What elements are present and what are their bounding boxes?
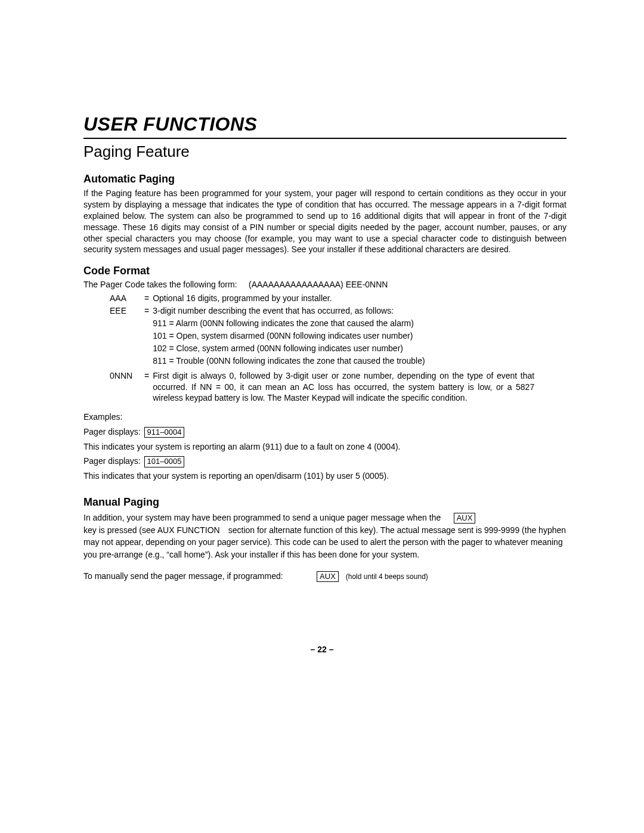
eee-line-0: 911 = Alarm (00NN following indicates th… — [153, 318, 537, 330]
code-form-line: The Pager Code takes the following form:… — [83, 280, 566, 289]
section-heading-manual: Manual Paging — [83, 496, 566, 509]
page-title: USER FUNCTIONS — [83, 113, 566, 135]
def-label-aaa: AAA — [110, 293, 141, 305]
table-row: 811 = Trouble (00NN following indicates … — [110, 355, 537, 368]
manual-paging-body: In addition, your system may have been p… — [83, 511, 566, 561]
code-form-pattern: (AAAAAAAAAAAAAAAA) EEE-0NNN — [249, 280, 388, 289]
title-divider — [83, 138, 566, 139]
table-row: AAA = Optional 16 digits, programmed by … — [110, 293, 537, 305]
pager-code-box: 911–0004 — [144, 427, 185, 438]
hold-instruction: (hold until 4 beeps sound) — [346, 572, 428, 581]
manual-p1-post: key is pressed (see AUX FUNCTION section… — [83, 525, 566, 559]
table-row: 0NNN = First digit is always 0, followed… — [110, 368, 537, 405]
manual-send-row: To manually send the pager message, if p… — [83, 571, 566, 582]
table-row: 911 = Alarm (00NN following indicates th… — [110, 318, 537, 330]
def-label-eee: EEE — [110, 305, 141, 318]
eee-line-2: 102 = Close, system armed (00NN followin… — [153, 343, 537, 355]
equals-sign: = — [141, 368, 153, 405]
document-page: USER FUNCTIONS Paging Feature Automatic … — [0, 0, 644, 833]
table-row: 102 = Close, system armed (00NN followin… — [110, 343, 537, 355]
aux-key-box: AUX — [317, 571, 339, 582]
eee-line-3: 811 = Trouble (00NN following indicates … — [153, 355, 537, 368]
table-row: 101 = Open, system disarmed (00NN follow… — [110, 330, 537, 343]
table-row: EEE = 3-digit number describing the even… — [110, 305, 537, 318]
page-number: – 22 – — [0, 645, 644, 654]
automatic-paging-body: If the Paging feature has been programme… — [83, 188, 566, 255]
equals-sign: = — [141, 293, 153, 305]
pager-displays-label: Pager displays: — [83, 427, 141, 436]
example-2-desc: This indicates that your system is repor… — [83, 470, 566, 483]
code-form-intro: The Pager Code takes the following form: — [83, 280, 237, 289]
examples-label: Examples: — [83, 411, 566, 424]
example-1-pager-line: Pager displays: 911–0004 — [83, 426, 566, 439]
def-label-0nnn: 0NNN — [110, 368, 141, 405]
eee-line-1: 101 = Open, system disarmed (00NN follow… — [153, 330, 537, 343]
def-0nnn: First digit is always 0, followed by 3-d… — [153, 368, 537, 405]
section-heading-automatic: Automatic Paging — [83, 173, 566, 185]
manual-row-intro: To manually send the pager message, if p… — [83, 571, 283, 581]
aux-key-box: AUX — [454, 513, 476, 524]
example-1-desc: This indicates your system is reporting … — [83, 441, 566, 454]
code-definitions-table: AAA = Optional 16 digits, programmed by … — [110, 293, 537, 405]
examples-block: Examples: Pager displays: 911–0004 This … — [83, 411, 566, 482]
equals-sign: = — [141, 305, 153, 318]
page-subtitle: Paging Feature — [83, 143, 566, 161]
def-aaa: Optional 16 digits, programmed by your i… — [153, 293, 537, 305]
example-2-pager-line: Pager displays: 101–0005 — [83, 455, 566, 468]
manual-p1-pre: In addition, your system may have been p… — [83, 513, 441, 522]
section-heading-code-format: Code Format — [83, 265, 566, 277]
def-eee: 3-digit number describing the event that… — [153, 305, 537, 318]
pager-displays-label: Pager displays: — [83, 456, 141, 466]
pager-code-box: 101–0005 — [144, 456, 185, 467]
